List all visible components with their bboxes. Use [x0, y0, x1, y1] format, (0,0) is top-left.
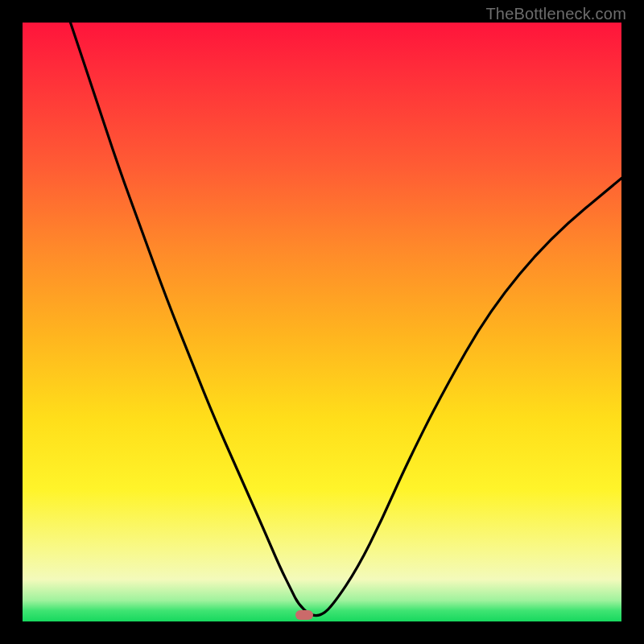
plot-background-gradient [23, 23, 621, 621]
chart-frame: TheBottleneck.com [0, 0, 644, 644]
watermark-text: TheBottleneck.com [485, 5, 626, 23]
valley-marker [295, 610, 313, 620]
